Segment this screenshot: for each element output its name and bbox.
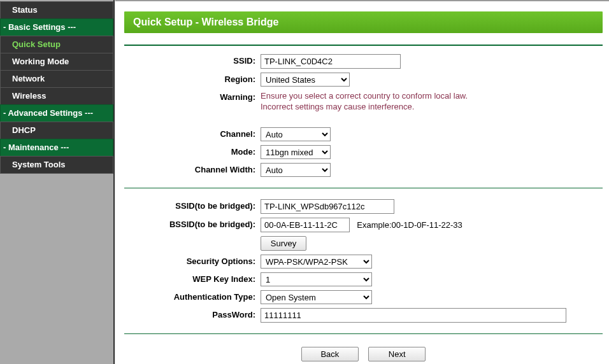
nav-dhcp[interactable]: DHCP	[0, 122, 113, 139]
label-wep-index: WEP Key Index:	[124, 270, 258, 288]
label-channel-width: Channel Width:	[124, 161, 258, 179]
label-ssid: SSID:	[124, 52, 258, 71]
label-security-options: Security Options:	[124, 253, 258, 270]
label-password: PassWord:	[124, 306, 258, 325]
nav-network[interactable]: Network	[0, 70, 113, 87]
nav-basic-settings[interactable]: - Basic Settings ---	[0, 18, 113, 36]
nav-system-tools[interactable]: System Tools	[0, 156, 113, 174]
label-channel: Channel:	[124, 125, 258, 143]
auth-type-select[interactable]: Open System	[261, 290, 372, 304]
label-bssid-bridged: BSSID(to be bridged):	[124, 216, 258, 234]
warning-line1: Ensure you select a correct country to c…	[261, 90, 600, 101]
back-button[interactable]: Back	[301, 347, 359, 361]
form-section-1: SSID: Region: United States Warning: Ens…	[124, 52, 603, 114]
nav-maintenance[interactable]: - Maintenance ---	[0, 139, 113, 156]
ssid-bridged-input[interactable]	[261, 199, 394, 214]
sidebar: Status - Basic Settings --- Quick Setup …	[0, 0, 113, 364]
ssid-input[interactable]	[261, 54, 401, 69]
bssid-bridged-input[interactable]	[261, 218, 350, 232]
form-section-3: SSID(to be bridged): BSSID(to be bridged…	[124, 197, 603, 325]
page-title: Quick Setup - Wireless Bridge	[124, 11, 603, 33]
label-warning: Warning:	[124, 88, 258, 114]
password-input[interactable]	[261, 308, 566, 323]
button-row: Back Next	[124, 343, 603, 361]
survey-button[interactable]: Survey	[261, 236, 306, 251]
channel-select[interactable]: Auto	[261, 127, 331, 141]
security-options-select[interactable]: WPA-PSK/WPA2-PSK	[261, 255, 372, 269]
mode-select[interactable]: 11bgn mixed	[261, 145, 331, 159]
nav-status[interactable]: Status	[0, 1, 113, 18]
label-auth-type: Authentication Type:	[124, 288, 258, 306]
label-mode: Mode:	[124, 143, 258, 161]
main-panel: Quick Setup - Wireless Bridge SSID: Regi…	[115, 0, 609, 364]
hr-top	[124, 45, 603, 46]
bssid-example: Example:00-1D-0F-11-22-33	[357, 220, 462, 230]
hr-bottom	[124, 333, 603, 334]
next-button[interactable]: Next	[368, 347, 426, 361]
warning-line2: Incorrect settings may cause interferenc…	[261, 101, 600, 112]
label-ssid-bridged: SSID(to be bridged):	[124, 197, 258, 216]
hr-mid	[124, 188, 603, 188]
region-select[interactable]: United States	[261, 73, 350, 87]
channel-width-select[interactable]: Auto	[261, 163, 331, 177]
wep-index-select[interactable]: 1	[261, 272, 372, 286]
label-region: Region:	[124, 71, 258, 88]
nav-advanced-settings[interactable]: - Advanced Settings ---	[0, 104, 113, 122]
nav-wireless[interactable]: Wireless	[0, 87, 113, 104]
nav-working-mode[interactable]: Working Mode	[0, 53, 113, 70]
nav-quick-setup[interactable]: Quick Setup	[0, 36, 113, 53]
form-section-2: Channel: Auto Mode: 11bgn mixed Channel …	[124, 125, 603, 179]
